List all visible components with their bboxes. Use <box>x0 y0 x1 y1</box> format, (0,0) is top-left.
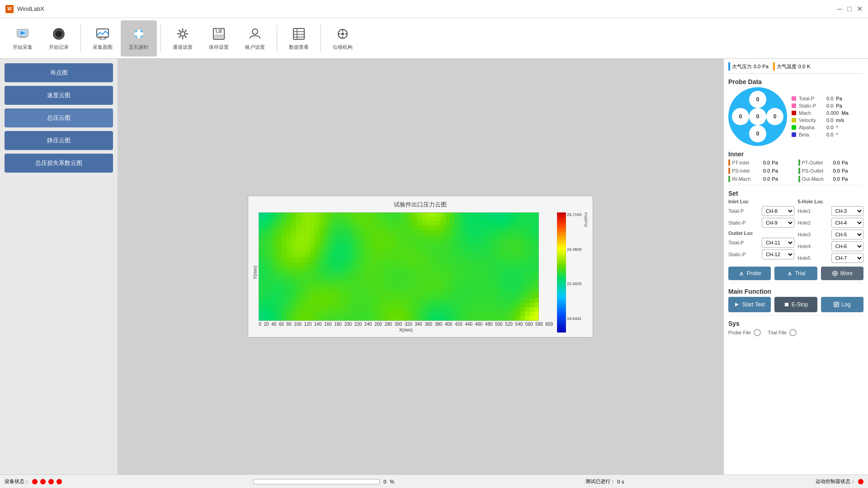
outlet-loc-title: Outlet Loc <box>728 230 794 236</box>
ps-inlet-unit: Pa <box>772 168 778 174</box>
toolbar-start-collect[interactable]: 开始采集 <box>5 20 41 56</box>
toolbar-start-record[interactable]: 开始记录 <box>41 20 77 56</box>
toolbar-position-mech[interactable]: 位移机构 <box>325 20 361 56</box>
five-hole-loc-title: 5-Hole Loc <box>798 199 864 204</box>
svg-rect-41 <box>741 274 742 275</box>
ps-outlet-color <box>798 168 800 174</box>
window-controls: ─ □ ✕ <box>836 6 863 12</box>
hole1-select[interactable]: CH-3CH-1CH-2 <box>831 206 864 216</box>
sys-row: Probe File Trial File <box>728 329 863 336</box>
close-button[interactable]: ✕ <box>856 6 863 12</box>
atmo-temp-value: 0.0 <box>798 64 805 69</box>
svg-marker-46 <box>735 303 739 306</box>
x-axis-ticks: 0 20 40 60 80 100 120 140 160 180 200 22… <box>259 322 553 327</box>
progress-unit: % <box>390 479 394 484</box>
trial-file-toggle[interactable] <box>789 329 797 336</box>
set-outlet-staticp-row: Static-P CH-12CH-1CH-2 <box>728 249 794 259</box>
save-set-label: 保存设置 <box>209 44 229 51</box>
test-time-area: 测试已进行： 0 s <box>585 478 624 485</box>
log-button[interactable]: Log <box>821 297 863 312</box>
probe-diagram: 0 0 0 0 0 <box>728 87 787 146</box>
toolbar-data-view[interactable]: 数据查看 <box>281 20 317 56</box>
estop-button[interactable]: E-Stop <box>774 297 817 312</box>
probe-button[interactable]: Probe <box>728 267 771 280</box>
main-function-title: Main Function <box>728 288 863 295</box>
divider-3 <box>277 25 277 52</box>
mach-value: 0.000 <box>826 110 839 116</box>
inlet-staticp-select[interactable]: CH-9CH-1CH-2 <box>762 218 794 228</box>
more-button[interactable]: More <box>821 267 863 280</box>
status-right: 运动控制器状态： <box>816 478 863 485</box>
probe-data-content: 0 0 0 0 0 Total-P 0.0 Pa <box>728 87 863 146</box>
svg-rect-27 <box>217 29 219 32</box>
set-hole2-row: Hole2 CH-4CH-1CH-2 <box>798 218 864 228</box>
pt-outlet-unit: Pa <box>842 160 848 165</box>
main-layout: 布点图 速度云图 总压云图 静压云图 总压损失系数云图 试验件出口压力云图 Y(… <box>0 59 868 474</box>
probe-data-section: Probe Data 0 0 0 0 0 Total-P 0.0 <box>728 76 863 146</box>
hole5-label: Hole5 <box>798 255 830 261</box>
main-fn-buttons: Start Test E-Stop Log <box>728 297 863 312</box>
toolbar-save-set[interactable]: 保存设置 <box>201 20 237 56</box>
probe-reading-mach: Mach 0.000 Ma <box>792 110 863 116</box>
sidebar-total-pressure-loss[interactable]: 总压损失系数云图 <box>5 154 113 173</box>
probe-file-toggle[interactable] <box>754 329 761 336</box>
sidebar-velocity-cloud[interactable]: 速度云图 <box>5 86 113 105</box>
atmo-bar: 大气压力 0.0 Pa 大气温度 0.0 K <box>728 62 863 74</box>
toolbar-channel-set[interactable]: 通道设置 <box>165 20 201 56</box>
hole4-select[interactable]: CH-6CH-1CH-2 <box>831 241 864 251</box>
staticp-unit: Pa <box>836 103 842 108</box>
maximize-button[interactable]: □ <box>846 6 853 12</box>
toolbar-five-probe[interactable]: 五孔探针 <box>121 20 157 56</box>
velocity-unit: m/s <box>836 117 844 123</box>
outlet-totalp-select[interactable]: CH-11CH-1CH-2 <box>762 238 794 248</box>
atmo-pressure-item: 大气压力 0.0 Pa <box>728 62 769 70</box>
atmo-pressure-unit: Pa <box>762 64 768 69</box>
chart-area: Y(mm) 0 20 40 60 80 100 120 140 160 180 … <box>253 212 588 333</box>
probe-hole-left: 0 <box>732 108 749 125</box>
svg-line-21 <box>179 30 181 32</box>
motion-status-dot <box>858 479 863 484</box>
inlet-loc-title: Inlet Loc <box>728 199 794 204</box>
hole2-select[interactable]: CH-4CH-1CH-2 <box>831 218 864 228</box>
hole5-select[interactable]: CH-7CH-1CH-2 <box>831 253 864 263</box>
probe-reading-beta: Beta 0.0 ° <box>792 132 863 137</box>
heatmap-canvas: 0 20 40 60 80 100 120 140 160 180 200 22… <box>259 212 553 333</box>
ps-inlet-color <box>728 168 730 174</box>
trial-button[interactable]: Trial <box>774 267 817 280</box>
toolbar-account-set[interactable]: 账户设置 <box>237 20 273 56</box>
svg-point-29 <box>252 29 258 34</box>
set-left-col: Inlet Loc Total-P CH-8CH-1CH-2 Static-P … <box>728 199 794 265</box>
toolbar-collect-face[interactable]: 采集面图 <box>85 20 121 56</box>
status-left: 设备状态： <box>5 478 62 485</box>
alpha-value: 0.0 <box>826 125 833 130</box>
hole3-select[interactable]: CH-5CH-1CH-2 <box>831 230 864 239</box>
sys-section: Sys Probe File Trial File <box>728 315 863 336</box>
pt-outlet-label: PT-Outlet <box>802 160 831 165</box>
start-test-button[interactable]: Start Test <box>728 297 771 312</box>
minimize-button[interactable]: ─ <box>836 6 843 12</box>
outlet-staticp-select[interactable]: CH-12CH-1CH-2 <box>762 249 794 259</box>
start-icon <box>734 302 740 307</box>
sidebar-static-pressure-cloud[interactable]: 静压云图 <box>5 131 113 150</box>
probe-reading-totalp: Total-P 0.0 Pa <box>792 96 863 101</box>
sidebar-total-pressure-cloud[interactable]: 总压云图 <box>5 108 113 127</box>
svg-rect-28 <box>214 34 223 38</box>
probe-file-label: Probe File <box>728 330 751 335</box>
hole2-label: Hole2 <box>798 220 830 225</box>
ps-inlet-label: PS-Inlet <box>732 168 761 174</box>
set-outlet-totalp-row: Total-P CH-11CH-1CH-2 <box>728 238 794 248</box>
out-mach-value: 0.0 <box>833 176 840 182</box>
in-mach-label: IN-Mach <box>732 176 761 182</box>
totalp-color <box>792 96 796 101</box>
sidebar-point-map[interactable]: 布点图 <box>5 63 113 82</box>
hole3-label: Hole3 <box>798 232 830 237</box>
inlet-totalp-select[interactable]: CH-8CH-1CH-2 <box>762 206 794 216</box>
log-icon <box>834 302 839 307</box>
hole1-label: Hole1 <box>798 208 830 214</box>
colorbar-gradient <box>557 212 566 333</box>
ps-outlet-unit: Pa <box>842 168 848 174</box>
atmo-pressure-indicator <box>728 62 730 70</box>
trial-file-item: Trial File <box>768 329 797 336</box>
svg-rect-30 <box>293 28 304 39</box>
start-record-label: 开始记录 <box>49 44 69 51</box>
